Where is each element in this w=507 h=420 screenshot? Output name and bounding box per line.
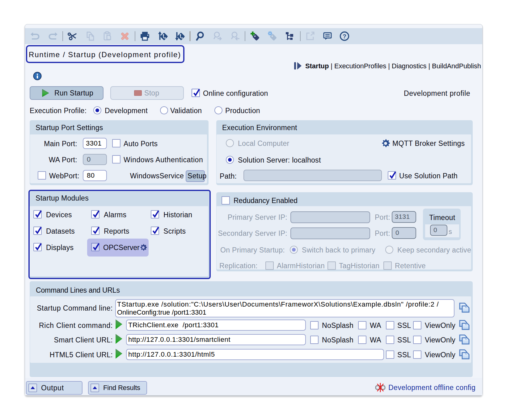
svg-text:?: ? (343, 33, 346, 40)
